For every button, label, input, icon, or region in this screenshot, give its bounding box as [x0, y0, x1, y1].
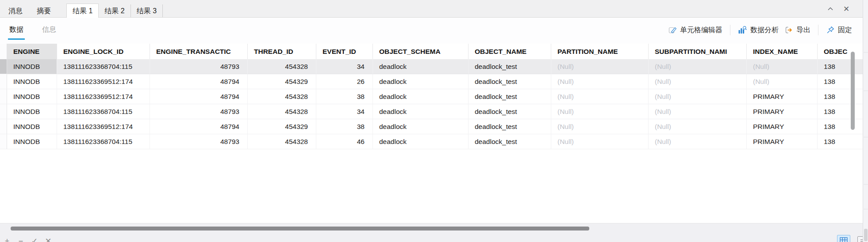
column-header-engine_transaction[interactable]: ENGINE_TRANSACTIC	[150, 44, 248, 59]
cell-object_instance[interactable]: 138	[818, 134, 863, 149]
cell-event_id[interactable]: 26	[316, 74, 373, 89]
table-row[interactable]: INNODB138111623369512:1744879445432838de…	[0, 89, 863, 104]
column-header-engine_lock_id[interactable]: ENGINE_LOCK_ID	[57, 44, 150, 59]
cell-object_name[interactable]: deadlock_test	[469, 89, 551, 104]
tab-result-1[interactable]: 结果 1	[66, 4, 99, 18]
row-selector[interactable]	[0, 59, 7, 74]
cell-partition_name[interactable]: (Null)	[551, 74, 649, 89]
tab-info[interactable]: 信息	[41, 25, 58, 40]
table-row[interactable]: INNODB138111623368704:1154879345432834de…	[0, 59, 863, 74]
cell-engine_transaction[interactable]: 48794	[150, 74, 248, 89]
row-selector[interactable]	[0, 89, 7, 104]
column-header-object_instance[interactable]: OBJEC	[818, 44, 863, 59]
cell-partition_name[interactable]: (Null)	[551, 104, 649, 119]
close-button[interactable]: ✕	[842, 5, 850, 13]
column-header-index_name[interactable]: INDEX_NAME	[747, 44, 818, 59]
cell-partition_name[interactable]: (Null)	[551, 119, 649, 134]
cell-index_name[interactable]: PRIMARY	[747, 104, 818, 119]
row-selector[interactable]	[0, 74, 7, 89]
horizontal-scrollbar[interactable]	[9, 226, 593, 231]
column-header-subpartition_name[interactable]: SUBPARTITION_NAMI	[649, 44, 747, 59]
cell-engine[interactable]: INNODB	[7, 104, 57, 119]
cell-engine_transaction[interactable]: 48794	[150, 89, 248, 104]
cell-subpartition_name[interactable]: (Null)	[649, 89, 747, 104]
column-header-object_schema[interactable]: OBJECT_SCHEMA	[373, 44, 469, 59]
vertical-scrollbar-thumb[interactable]	[851, 52, 855, 130]
cell-partition_name[interactable]: (Null)	[551, 89, 649, 104]
cell-engine_lock_id[interactable]: 138111623368704:115	[57, 104, 150, 119]
cell-object_schema[interactable]: deadlock	[373, 104, 469, 119]
horizontal-scrollbar-thumb[interactable]	[11, 227, 589, 231]
column-header-engine[interactable]: ENGINE	[7, 44, 57, 59]
discard-changes-button[interactable]: ✕	[45, 237, 52, 242]
tab-result-3[interactable]: 结果 3	[131, 4, 163, 17]
cell-event_id[interactable]: 46	[316, 134, 373, 149]
row-selector[interactable]	[0, 119, 7, 134]
table-row[interactable]: INNODB138111623368704:1154879345432834de…	[0, 104, 863, 119]
cell-index_name[interactable]: (Null)	[747, 59, 818, 74]
cell-engine_lock_id[interactable]: 138111623369512:174	[57, 89, 150, 104]
table-row[interactable]: INNODB138111623369512:1744879445432926de…	[0, 74, 863, 89]
cell-engine[interactable]: INNODB	[7, 119, 57, 134]
cell-index_name[interactable]: PRIMARY	[747, 119, 818, 134]
cell-subpartition_name[interactable]: (Null)	[649, 74, 747, 89]
cell-object_instance[interactable]: 138	[818, 74, 863, 89]
cell-object_name[interactable]: deadlock_test	[469, 104, 551, 119]
tab-summary[interactable]: 摘要	[31, 4, 57, 17]
tab-data[interactable]: 数据	[8, 25, 25, 40]
cell-engine_lock_id[interactable]: 138111623369512:174	[57, 74, 150, 89]
cell-event_id[interactable]: 38	[316, 89, 373, 104]
cell-engine_transaction[interactable]: 48794	[150, 119, 248, 134]
select-all-corner[interactable]	[0, 44, 7, 59]
cell-event_id[interactable]: 38	[316, 119, 373, 134]
cell-thread_id[interactable]: 454328	[248, 59, 316, 74]
table-row[interactable]: INNODB138111623369512:1744879445432938de…	[0, 119, 863, 134]
cell-object_instance[interactable]: 138	[818, 119, 863, 134]
cell-engine[interactable]: INNODB	[7, 74, 57, 89]
right-pane-thumb[interactable]	[864, 229, 868, 241]
cell-object_name[interactable]: deadlock_test	[469, 134, 551, 149]
cell-engine[interactable]: INNODB	[7, 134, 57, 149]
cell-object_name[interactable]: deadlock_test	[469, 119, 551, 134]
cell-object_schema[interactable]: deadlock	[373, 134, 469, 149]
column-header-thread_id[interactable]: THREAD_ID	[248, 44, 316, 59]
vertical-scrollbar[interactable]	[850, 48, 856, 223]
cell-thread_id[interactable]: 454328	[248, 104, 316, 119]
cell-editor-button[interactable]: 单元格编辑器	[668, 26, 722, 35]
cell-engine_transaction[interactable]: 48793	[150, 134, 248, 149]
cell-object_schema[interactable]: deadlock	[373, 89, 469, 104]
cell-event_id[interactable]: 34	[316, 104, 373, 119]
cell-engine[interactable]: INNODB	[7, 89, 57, 104]
add-record-button[interactable]: +	[4, 237, 11, 242]
cell-partition_name[interactable]: (Null)	[551, 134, 649, 149]
cell-subpartition_name[interactable]: (Null)	[649, 104, 747, 119]
cell-event_id[interactable]: 34	[316, 59, 373, 74]
cell-engine_transaction[interactable]: 48793	[150, 59, 248, 74]
cell-object_instance[interactable]: 138	[818, 89, 863, 104]
cell-engine_transaction[interactable]: 48793	[150, 104, 248, 119]
cell-object_name[interactable]: deadlock_test	[469, 74, 551, 89]
cell-engine_lock_id[interactable]: 138111623369512:174	[57, 119, 150, 134]
cell-partition_name[interactable]: (Null)	[551, 59, 649, 74]
column-header-partition_name[interactable]: PARTITION_NAME	[551, 44, 649, 59]
cell-subpartition_name[interactable]: (Null)	[649, 134, 747, 149]
cell-object_instance[interactable]: 138	[818, 104, 863, 119]
column-header-event_id[interactable]: EVENT_ID	[316, 44, 373, 59]
cell-engine_lock_id[interactable]: 138111623368704:115	[57, 134, 150, 149]
pin-button[interactable]: 固定	[826, 26, 852, 35]
right-pane-edge[interactable]	[863, 0, 868, 242]
cell-object_name[interactable]: deadlock_test	[469, 59, 551, 74]
cell-index_name[interactable]: PRIMARY	[747, 89, 818, 104]
row-selector[interactable]	[0, 134, 7, 149]
cell-object_schema[interactable]: deadlock	[373, 74, 469, 89]
cell-thread_id[interactable]: 454328	[248, 134, 316, 149]
cell-object_schema[interactable]: deadlock	[373, 59, 469, 74]
cell-index_name[interactable]: PRIMARY	[747, 134, 818, 149]
tab-messages[interactable]: 消息	[3, 4, 28, 17]
cell-subpartition_name[interactable]: (Null)	[649, 119, 747, 134]
table-row[interactable]: INNODB138111623368704:1154879345432846de…	[0, 134, 863, 149]
export-button[interactable]: 导出	[784, 26, 810, 35]
cell-object_instance[interactable]: 138	[818, 59, 863, 74]
cell-index_name[interactable]: (Null)	[747, 74, 818, 89]
delete-record-button[interactable]: −	[17, 237, 24, 242]
